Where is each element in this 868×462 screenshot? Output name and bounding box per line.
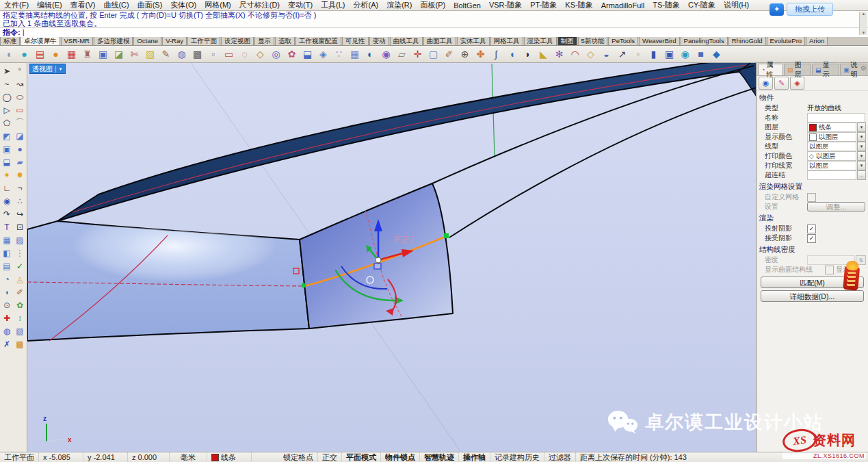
current-layer-button[interactable]: 线条 — [207, 452, 252, 462]
toolbar-icon[interactable]: ◆ — [709, 47, 724, 62]
status-toggle[interactable]: 正交 — [318, 452, 342, 462]
menu-item[interactable]: CY-随象 — [684, 0, 720, 10]
menu-item[interactable]: 面板(P) — [416, 0, 449, 10]
dropdown-arrow-button[interactable]: ▼ — [857, 123, 866, 132]
ribbon-tab[interactable]: PanelingTools — [681, 36, 728, 45]
menu-item[interactable]: TS-随象 — [648, 0, 684, 10]
side-toolbar-icon[interactable]: ◧ — [1, 246, 14, 259]
menu-item[interactable]: 实体(O) — [166, 0, 200, 10]
side-toolbar-icon[interactable]: ⊙ — [1, 298, 14, 311]
ribbon-tab[interactable]: V-Ray — [162, 36, 187, 45]
dropdown-arrow-button[interactable]: ▼ — [857, 132, 866, 142]
ribbon-tab[interactable]: EvolutePro — [767, 36, 805, 45]
side-toolbar-icon[interactable]: ➤ — [1, 64, 14, 77]
ribbon-tab[interactable]: 选取 — [275, 36, 295, 45]
menu-item[interactable]: VSR-随象 — [485, 0, 526, 10]
cplane-button[interactable]: 工作平面 — [0, 452, 39, 462]
side-toolbar-icon[interactable]: ▷ — [1, 103, 14, 116]
gumball-origin[interactable] — [376, 257, 381, 263]
menu-item[interactable]: 曲线(C) — [99, 0, 133, 10]
ribbon-tab[interactable]: 工作视窗配置 — [295, 36, 341, 45]
menu-item[interactable]: 查看(V) — [66, 0, 100, 10]
status-toggle[interactable]: 过滤器 — [544, 452, 576, 462]
viewport-canvas[interactable]: 透视图 | ▼ — [27, 63, 756, 452]
toolbar-icon[interactable]: ▧ — [143, 47, 157, 62]
toolbar-icon[interactable]: ▮ — [646, 47, 661, 62]
toolbar-icon[interactable]: ◠ — [568, 47, 582, 62]
ribbon-tab[interactable]: 显示 — [254, 36, 274, 45]
toolbar-icon[interactable]: ▫ — [206, 47, 220, 62]
ribbon-tab[interactable]: PeTools — [608, 36, 638, 45]
upload-button[interactable]: 拖拽上传 — [787, 3, 833, 16]
side-toolbar-icon[interactable]: ∴ — [14, 194, 27, 207]
side-toolbar-icon[interactable]: ◍ — [1, 324, 14, 337]
side-toolbar-icon[interactable]: ✓ — [14, 259, 27, 272]
menu-item[interactable]: 分析(A) — [350, 0, 383, 10]
menu-item[interactable]: 尺寸标注(D) — [235, 0, 284, 10]
side-toolbar-icon[interactable]: ◪ — [14, 129, 27, 142]
menu-item[interactable]: 网格(M) — [200, 0, 235, 10]
layer-select[interactable]: 线条 — [807, 123, 856, 132]
toolbar-icon[interactable]: ▭ — [222, 47, 236, 62]
side-toolbar-icon[interactable]: ◉ — [1, 194, 14, 207]
units-button[interactable]: 毫米 — [170, 452, 207, 462]
panel-tab-properties[interactable]: ◔ 属性 — [758, 64, 783, 75]
ribbon-tab[interactable]: 网格工具 — [490, 36, 523, 45]
toolbar-icon[interactable]: ✻ — [552, 47, 566, 62]
side-toolbar-icon[interactable]: ▧ — [14, 324, 27, 337]
scroll-down-icon[interactable]: ▼ — [862, 31, 866, 35]
side-toolbar-icon[interactable]: ✗ — [1, 337, 14, 350]
toolbar-icon[interactable]: ● — [49, 47, 63, 62]
ribbon-tab[interactable]: Octane — [133, 36, 161, 45]
side-toolbar-icon[interactable]: ◬ — [14, 272, 27, 285]
side-toolbar-icon[interactable]: ~ — [1, 77, 14, 90]
side-toolbar-icon[interactable]: ⋮ — [14, 246, 27, 259]
toolbar-icon[interactable]: ◎ — [269, 47, 283, 62]
side-toolbar-icon[interactable]: ↪ — [14, 207, 27, 220]
ribbon-tab[interactable]: RhinoGold — [728, 36, 766, 45]
side-toolbar-icon[interactable]: T — [1, 220, 14, 233]
side-toolbar-icon[interactable]: ◩ — [1, 129, 14, 142]
ribbon-tab[interactable]: WeaverBird — [639, 36, 679, 45]
adjust-mesh-button[interactable]: 调整... — [807, 202, 865, 211]
match-button[interactable]: 匹配(M) — [761, 277, 864, 288]
print-color-select[interactable]: ◇ 以图层 — [807, 151, 856, 161]
dropdown-arrow-button[interactable]: ▼ — [857, 142, 866, 151]
toolbar-icon[interactable]: ✎ — [159, 47, 173, 62]
toolbar-icon[interactable]: ✄ — [127, 47, 142, 62]
viewport-menu-arrow-icon[interactable]: ▼ — [59, 67, 63, 71]
toolbar-icon[interactable]: ◖ — [505, 47, 519, 62]
side-toolbar-icon[interactable]: ✐ — [14, 285, 27, 298]
side-toolbar-icon[interactable]: ▭ — [14, 103, 27, 116]
ribbon-tab[interactable]: Arion — [806, 36, 828, 45]
side-toolbar-icon[interactable]: ⬓ — [1, 155, 14, 168]
toolbar-icon[interactable]: ∵ — [332, 47, 346, 62]
side-toolbar-icon[interactable]: ✦ — [1, 168, 14, 181]
side-toolbar-icon[interactable]: ⬠ — [1, 116, 14, 129]
viewport-3d-scene[interactable]: FEI z x — [27, 63, 756, 452]
panel-gear-icon[interactable]: ⚙ — [860, 64, 867, 72]
viewport-title-tab[interactable]: 透视图 | ▼ — [29, 64, 66, 74]
side-toolbar-icon[interactable]: ▰ — [14, 155, 27, 168]
toolbar-icon[interactable]: ⊕ — [458, 47, 472, 62]
ribbon-tab[interactable]: 工作平面 — [187, 36, 220, 45]
toolbar-icon[interactable]: ▢ — [426, 47, 440, 62]
toolbar-icon[interactable]: ◪ — [111, 47, 126, 62]
toolbar-icon[interactable]: ▣ — [662, 47, 676, 62]
ribbon-tab[interactable]: 制图 — [557, 36, 577, 45]
custom-mesh-checkbox[interactable] — [807, 193, 816, 202]
toolbar-icon[interactable]: ■ — [694, 47, 708, 62]
print-width-select[interactable]: 以图层 — [807, 161, 856, 170]
dropdown-arrow-button[interactable]: ▼ — [857, 151, 866, 161]
toolbar-icon[interactable]: ▤ — [33, 47, 47, 62]
ribbon-tab[interactable]: 渲染工具 — [524, 36, 557, 45]
command-scrollbar[interactable]: ▲ ▼ — [859, 12, 867, 35]
panel-tab-layers[interactable]: ▤ 图层 — [784, 64, 811, 75]
menu-item[interactable]: 曲面(S) — [133, 0, 167, 10]
toolbar-icon[interactable]: ● — [17, 47, 31, 62]
menu-item[interactable]: ArmadilloFull — [597, 1, 649, 10]
toolbar-icon[interactable]: ◣ — [536, 47, 551, 62]
toolbar-icon[interactable]: ▣ — [96, 47, 110, 62]
side-toolbar-icon[interactable]: ▦ — [1, 233, 14, 246]
toolbar-icon[interactable]: ▱ — [395, 47, 409, 62]
